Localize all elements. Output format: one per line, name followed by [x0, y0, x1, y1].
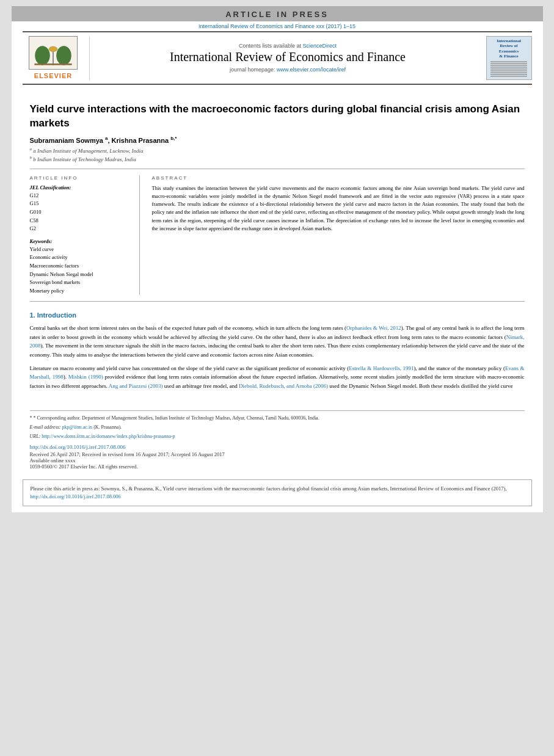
intro-paragraph-1: Central banks set the short term interes…	[30, 324, 525, 359]
section-number: 1.	[30, 311, 35, 319]
section-title-text: Introduction	[37, 311, 76, 319]
doi-link[interactable]: http://dx.doi.org/10.1016/j.iref.2017.08…	[30, 444, 126, 450]
copyright-line: 1059-0560/© 2017 Elsevier Inc. All right…	[30, 463, 525, 470]
journal-center: Contents lists available at ScienceDirec…	[90, 36, 486, 80]
received-line: Received 26 April 2017; Received in revi…	[30, 451, 525, 457]
abstract-column: ABSTRACT This study examines the interac…	[152, 175, 525, 296]
jel-code-g2: G2	[30, 225, 132, 233]
svg-point-2	[49, 46, 57, 52]
keywords-label: Keywords:	[30, 238, 132, 244]
homepage-label: journal homepage:	[230, 67, 275, 73]
corresponding-author-note: * * Corresponding author. Department of …	[30, 415, 525, 422]
elsevier-brand-text: ELSEVIER	[34, 72, 72, 79]
ref-ang-piazzesi[interactable]: Ang and Piazzesi (2003)	[109, 383, 163, 389]
url-link[interactable]: http://www.doms.iitm.ac.in/domanew/index…	[42, 434, 175, 439]
science-direct-line: Contents lists available at ScienceDirec…	[239, 43, 337, 49]
intro-paragraph-2: Literature on macro economy and yield cu…	[30, 364, 525, 390]
email-label: E-mail address:	[30, 424, 61, 430]
introduction-heading: 1. Introduction	[30, 311, 525, 319]
doi-line[interactable]: http://dx.doi.org/10.1016/j.iref.2017.08…	[30, 444, 525, 450]
email-note: E-mail address: pkp@iitm.ac.in (K. Prasa…	[30, 424, 525, 431]
divider-1	[30, 169, 525, 169]
journal-ref-text: International Review of Economics and Fi…	[199, 23, 355, 29]
journal-title-main: International Review of Economics and Fi…	[170, 50, 406, 64]
available-line: Available online xxxx	[30, 457, 525, 463]
contents-label: Contents lists available at	[239, 43, 301, 49]
elsevier-logo: ELSEVIER	[23, 36, 90, 80]
url-label: URL:	[30, 434, 41, 439]
ref-nimark[interactable]: Nimark, 2008	[30, 334, 525, 349]
jel-code-g12: G12	[30, 192, 132, 200]
keyword-yield-curve: Yield curve	[30, 245, 132, 254]
journal-header: ELSEVIER Contents lists available at Sci…	[23, 31, 532, 85]
science-direct-link[interactable]: ScienceDirect	[303, 43, 337, 49]
keyword-monetary-policy: Monetary policy	[30, 287, 132, 296]
homepage-url[interactable]: www.elsevier.com/locate/iref	[277, 67, 346, 73]
elsevier-logo-image	[29, 36, 78, 70]
article-info-abstract: ARTICLE INFO JEL Classification: G12 G15…	[30, 175, 525, 296]
citation-doi-link[interactable]: http://dx.doi.org/10.1016/j.iref.2017.08…	[31, 493, 121, 500]
affiliation-a: a a Indian Institute of Management, Luck…	[30, 147, 525, 154]
affiliation-b: b b Indian Institute of Technology Madra…	[30, 155, 525, 162]
article-info-header: ARTICLE INFO	[30, 175, 132, 181]
citation-box: Please cite this article in press as: So…	[23, 479, 532, 506]
journal-homepage-line: journal homepage: www.elsevier.com/locat…	[230, 67, 346, 73]
abstract-header: ABSTRACT	[152, 175, 525, 181]
jel-codes: G12 G15 G010 C58 G2	[30, 192, 132, 233]
keywords-list: Yield curve Economic activity Macroecono…	[30, 245, 132, 296]
footer-area: * * Corresponding author. Department of …	[30, 410, 525, 473]
journal-ref-line: International Review of Economics and Fi…	[12, 21, 543, 31]
keyword-nelson-siegal: Dynamic Nelson Siegal model	[30, 271, 132, 279]
article-title: Yield curve interactions with the macroe…	[30, 102, 525, 131]
email-link[interactable]: pkp@iitm.ac.in	[62, 424, 93, 430]
jel-code-g010: G010	[30, 208, 132, 217]
citation-text: Please cite this article in press as: So…	[31, 485, 507, 500]
keyword-sovereign: Sovereign bond markets	[30, 278, 132, 287]
keyword-economic-activity: Economic activity	[30, 253, 132, 262]
aip-banner-text: ARTICLE IN PRESS	[225, 10, 329, 19]
svg-rect-5	[34, 64, 71, 65]
email-person: (K. Prasanna).	[93, 424, 122, 430]
ref-evans-marshall[interactable]: Evans & Marshall, 1998	[30, 365, 525, 380]
keyword-macro-factors: Macroeconomic factors	[30, 262, 132, 271]
divider-2	[30, 301, 525, 302]
cover-lines	[490, 60, 527, 78]
svg-point-4	[56, 46, 71, 65]
jel-code-g15: G15	[30, 200, 132, 208]
page: ARTICLE IN PRESS International Review of…	[12, 6, 543, 512]
ref-orphanides[interactable]: Orphanides & Wei, 2012	[346, 325, 401, 331]
article-info-column: ARTICLE INFO JEL Classification: G12 G15…	[30, 175, 140, 296]
authors-line: Subramaniam Sowmya a, Krishna Prasanna b…	[30, 136, 525, 144]
svg-point-3	[35, 46, 50, 65]
ref-estrella[interactable]: Estrella & Hardouvells, 1991	[349, 365, 414, 371]
ref-mishkin[interactable]: Mishkin (1990)	[68, 374, 103, 380]
abstract-text: This study examines the interaction betw…	[152, 184, 525, 233]
jel-code-c58: C58	[30, 217, 132, 225]
jel-label: JEL Classification:	[30, 184, 132, 191]
article-in-press-banner: ARTICLE IN PRESS	[12, 6, 543, 21]
main-content: Yield curve interactions with the macroe…	[12, 85, 543, 402]
url-note: URL: http://www.doms.iitm.ac.in/domanew/…	[30, 433, 525, 440]
cover-title: InternationalReview ofEconomics& Finance	[497, 38, 521, 59]
journal-cover-image: InternationalReview ofEconomics& Finance	[486, 36, 532, 80]
ref-diebold[interactable]: Diebold, Rudebusch, and Arnoba (2006)	[239, 383, 328, 389]
text-and: and	[230, 383, 238, 389]
